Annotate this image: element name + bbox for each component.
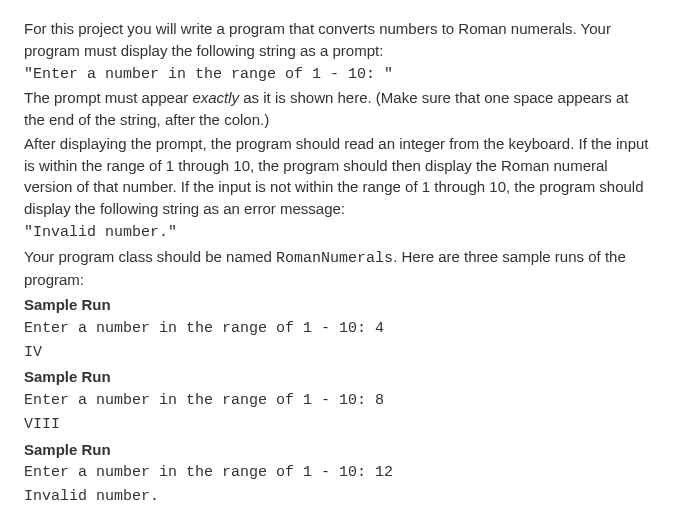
sample-run-1-line-2: IV bbox=[24, 342, 649, 364]
error-code-string: "Invalid number." bbox=[24, 222, 649, 244]
intro-text-4a: Your program class should be named bbox=[24, 248, 276, 265]
intro-paragraph-3: After displaying the prompt, the program… bbox=[24, 133, 649, 220]
sample-run-2-line-2: VIII bbox=[24, 414, 649, 436]
sample-run-2-line-1: Enter a number in the range of 1 - 10: 8 bbox=[24, 390, 649, 412]
intro-text-1: For this project you will write a progra… bbox=[24, 20, 611, 59]
intro-text-2a: The prompt must appear bbox=[24, 89, 192, 106]
prompt-code-string: "Enter a number in the range of 1 - 10: … bbox=[24, 64, 649, 86]
sample-run-heading-2: Sample Run bbox=[24, 366, 649, 388]
sample-run-3-line-1: Enter a number in the range of 1 - 10: 1… bbox=[24, 462, 649, 484]
intro-text-3: After displaying the prompt, the program… bbox=[24, 135, 649, 217]
exactly-word: exactly bbox=[192, 89, 239, 106]
sample-run-heading-3: Sample Run bbox=[24, 439, 649, 461]
sample-run-1-line-1: Enter a number in the range of 1 - 10: 4 bbox=[24, 318, 649, 340]
intro-paragraph-2: The prompt must appear exactly as it is … bbox=[24, 87, 649, 131]
intro-paragraph-1: For this project you will write a progra… bbox=[24, 18, 649, 62]
intro-paragraph-4: Your program class should be named Roman… bbox=[24, 246, 649, 292]
document-body: For this project you will write a progra… bbox=[24, 18, 649, 508]
class-name: RomanNumerals bbox=[276, 250, 393, 267]
sample-run-heading-1: Sample Run bbox=[24, 294, 649, 316]
sample-run-3-line-2: Invalid number. bbox=[24, 486, 649, 508]
